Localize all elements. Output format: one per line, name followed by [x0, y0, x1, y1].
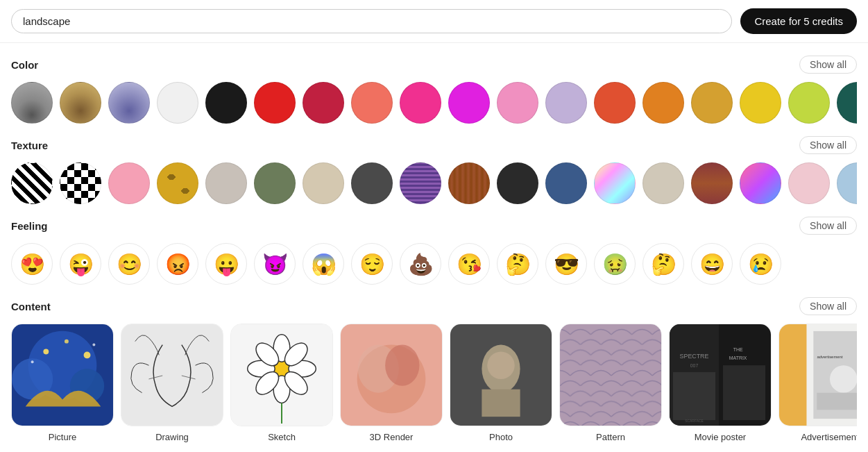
- color-show-all-button[interactable]: Show all: [799, 56, 857, 74]
- emoji-item-11[interactable]: 😎: [545, 243, 587, 285]
- color-circle-c13[interactable]: [594, 82, 636, 124]
- color-circle-c6[interactable]: [254, 82, 296, 124]
- emoji-item-14[interactable]: 😄: [691, 243, 733, 285]
- main-content: Color Show all Texture Show all Feeling …: [0, 43, 868, 450]
- svg-rect-48: [817, 393, 857, 410]
- texture-circle-t9[interactable]: [400, 162, 441, 204]
- color-circle-c11[interactable]: [497, 82, 538, 124]
- emoji-item-2[interactable]: 😊: [108, 243, 150, 285]
- content-item-picture[interactable]: Picture: [11, 324, 114, 442]
- content-thumb-photo: [450, 324, 552, 426]
- content-label-drawing: Drawing: [155, 432, 189, 442]
- feeling-emoji-row: 😍😜😊😡😛😈😱😌💩😘🤔😎🤢🤔😄😢: [11, 243, 857, 285]
- emoji-item-15[interactable]: 😢: [740, 243, 781, 285]
- content-label-photo: Photo: [489, 432, 513, 442]
- svg-point-7: [31, 360, 34, 363]
- emoji-item-12[interactable]: 🤢: [594, 243, 636, 285]
- content-grid: Picture Drawing Sketch 3D Render Photo: [11, 324, 857, 442]
- emoji-item-13[interactable]: 🤔: [643, 243, 684, 285]
- texture-circle-t3[interactable]: [108, 162, 150, 204]
- svg-text:SPECTRE: SPECTRE: [680, 353, 709, 360]
- texture-circle-t16[interactable]: [740, 162, 781, 204]
- color-circle-c15[interactable]: [691, 82, 733, 124]
- svg-point-8: [92, 344, 95, 346]
- color-circle-c1[interactable]: [11, 82, 53, 124]
- color-section: Color Show all: [11, 56, 857, 124]
- feeling-section: Feeling Show all 😍😜😊😡😛😈😱😌💩😘🤔😎🤢🤔😄😢: [11, 217, 857, 285]
- color-circle-c9[interactable]: [400, 82, 441, 124]
- texture-circle-t13[interactable]: [594, 162, 636, 204]
- texture-circle-t11[interactable]: [497, 162, 538, 204]
- top-bar: Create for 5 credits: [0, 0, 868, 43]
- content-item-drawing[interactable]: Drawing: [121, 324, 223, 442]
- emoji-item-7[interactable]: 😌: [351, 243, 393, 285]
- content-show-all-button[interactable]: Show all: [799, 297, 857, 315]
- create-button[interactable]: Create for 5 credits: [740, 8, 857, 34]
- content-thumb-sketch: [230, 324, 333, 426]
- color-circle-c14[interactable]: [643, 82, 684, 124]
- color-circles-row: [11, 82, 857, 124]
- content-item-movie[interactable]: SPECTRE 007 THE MATRIX SCARFACE Movie po…: [669, 324, 772, 442]
- emoji-item-5[interactable]: 😈: [254, 243, 296, 285]
- color-circle-c17[interactable]: [788, 82, 830, 124]
- content-section: Content Show all Picture Drawing: [11, 297, 857, 442]
- color-circle-c8[interactable]: [351, 82, 393, 124]
- emoji-item-4[interactable]: 😛: [205, 243, 247, 285]
- svg-rect-33: [560, 324, 661, 426]
- search-input[interactable]: [11, 9, 732, 33]
- texture-circle-t8[interactable]: [351, 162, 393, 204]
- feeling-show-all-button[interactable]: Show all: [799, 217, 857, 235]
- color-circle-c16[interactable]: [740, 82, 781, 124]
- emoji-item-3[interactable]: 😡: [157, 243, 198, 285]
- texture-circle-t5[interactable]: [205, 162, 247, 204]
- texture-circle-t1[interactable]: [11, 162, 53, 204]
- texture-circle-t4[interactable]: [157, 162, 198, 204]
- content-label-movie: Movie poster: [695, 432, 746, 442]
- texture-circle-t15[interactable]: [691, 162, 733, 204]
- texture-circle-t12[interactable]: [545, 162, 587, 204]
- texture-circle-t17[interactable]: [788, 162, 830, 204]
- texture-circle-t18[interactable]: [837, 162, 857, 204]
- svg-text:007: 007: [690, 363, 699, 368]
- color-circle-c5[interactable]: [205, 82, 247, 124]
- emoji-item-0[interactable]: 😍: [11, 243, 53, 285]
- texture-circle-t10[interactable]: [448, 162, 490, 204]
- svg-text:THE: THE: [733, 347, 743, 352]
- svg-point-4: [43, 349, 49, 355]
- content-label-sketch: Sketch: [268, 432, 296, 442]
- svg-point-47: [830, 365, 857, 392]
- texture-section-title: Texture: [11, 140, 48, 151]
- color-circle-c3[interactable]: [108, 82, 150, 124]
- content-item-ad[interactable]: advertisement Advertisement: [778, 324, 857, 442]
- texture-show-all-button[interactable]: Show all: [799, 136, 857, 154]
- content-thumb-ad: advertisement: [778, 324, 857, 426]
- emoji-item-6[interactable]: 😱: [303, 243, 344, 285]
- content-thumb-pattern: [559, 324, 662, 426]
- emoji-item-9[interactable]: 😘: [448, 243, 490, 285]
- svg-text:MATRIX: MATRIX: [729, 355, 747, 360]
- texture-circle-t6[interactable]: [254, 162, 296, 204]
- texture-circle-t7[interactable]: [303, 162, 344, 204]
- emoji-item-1[interactable]: 😜: [60, 243, 101, 285]
- svg-rect-38: [673, 372, 715, 420]
- feeling-section-title: Feeling: [11, 220, 48, 232]
- texture-circle-t14[interactable]: [643, 162, 684, 204]
- content-item-render[interactable]: 3D Render: [340, 324, 443, 442]
- svg-point-6: [84, 351, 91, 358]
- content-item-sketch[interactable]: Sketch: [230, 324, 333, 442]
- color-circle-c7[interactable]: [303, 82, 344, 124]
- content-item-pattern[interactable]: Pattern: [559, 324, 662, 442]
- color-circle-c2[interactable]: [60, 82, 101, 124]
- texture-circle-t2[interactable]: [60, 162, 101, 204]
- content-label-pattern: Pattern: [596, 432, 625, 442]
- color-circle-c10[interactable]: [448, 82, 490, 124]
- content-thumb-drawing: [121, 324, 223, 426]
- color-circle-c12[interactable]: [545, 82, 587, 124]
- color-circle-c4[interactable]: [157, 82, 198, 124]
- svg-text:SCARFACE: SCARFACE: [685, 419, 704, 423]
- svg-rect-41: [723, 365, 765, 420]
- emoji-item-10[interactable]: 🤔: [497, 243, 538, 285]
- emoji-item-8[interactable]: 💩: [400, 243, 441, 285]
- color-circle-c18[interactable]: [837, 82, 857, 124]
- content-item-photo[interactable]: Photo: [450, 324, 552, 442]
